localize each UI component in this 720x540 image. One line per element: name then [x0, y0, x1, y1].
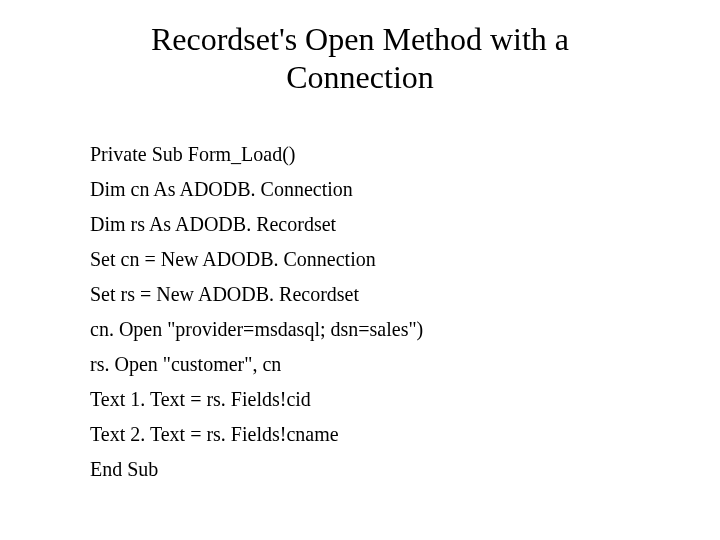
slide: Recordset's Open Method with a Connectio…: [0, 0, 720, 487]
code-line: Private Sub Form_Load(): [90, 137, 630, 172]
code-line: Set rs = New ADODB. Recordset: [90, 277, 630, 312]
code-line: End Sub: [90, 452, 630, 487]
slide-title: Recordset's Open Method with a Connectio…: [90, 20, 630, 97]
code-line: Text 1. Text = rs. Fields!cid: [90, 382, 630, 417]
code-line: Dim cn As ADODB. Connection: [90, 172, 630, 207]
code-line: rs. Open "customer", cn: [90, 347, 630, 382]
code-line: Dim rs As ADODB. Recordset: [90, 207, 630, 242]
code-line: cn. Open "provider=msdasql; dsn=sales"): [90, 312, 630, 347]
code-line: Text 2. Text = rs. Fields!cname: [90, 417, 630, 452]
code-block: Private Sub Form_Load() Dim cn As ADODB.…: [90, 137, 630, 487]
code-line: Set cn = New ADODB. Connection: [90, 242, 630, 277]
